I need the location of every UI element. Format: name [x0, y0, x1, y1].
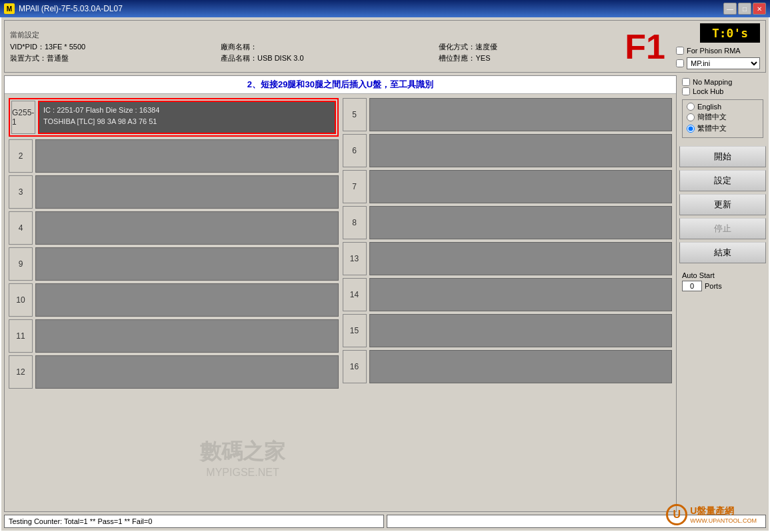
slot-num-13[interactable]: 13 — [343, 242, 367, 275]
slot-num-15[interactable]: 15 — [343, 314, 367, 347]
timer-display: T:0's — [700, 23, 760, 43]
instruction-bar: 2、短接29腿和30腿之間后插入U盤，至工具識別 — [5, 76, 676, 94]
simplified-radio[interactable] — [687, 113, 695, 121]
ports-input[interactable] — [682, 281, 702, 291]
start-button[interactable]: 開始 — [679, 146, 766, 167]
slots-area: G255-1 IC : 2251-07 Flash Die Size : 163… — [5, 94, 676, 511]
maximize-button[interactable]: □ — [738, 3, 751, 15]
slot-display-6[interactable] — [369, 134, 673, 167]
mp-ini-select[interactable]: MP.ini — [687, 57, 760, 69]
slot-display-15[interactable] — [369, 314, 673, 347]
slot-row-12: 12 — [9, 355, 339, 389]
update-button[interactable]: 更新 — [679, 194, 766, 215]
no-mapping-checkbox[interactable] — [682, 78, 690, 86]
slot-display-4[interactable] — [35, 211, 339, 245]
slot-display-1[interactable]: IC : 2251-07 Flash Die Size : 16384 TOSH… — [38, 101, 336, 134]
slot-row-9: 9 — [9, 247, 339, 281]
optimize: 優化方式：速度優 — [439, 42, 619, 52]
english-label: English — [697, 103, 721, 111]
app-icon: M — [4, 3, 15, 14]
english-radio[interactable] — [687, 103, 695, 111]
auto-start-row: Auto Start — [682, 271, 763, 279]
lock-hub-row: Lock Hub — [682, 87, 763, 95]
bottom-logo: U U盤量產網 WWW.UPANTOOL.COM — [666, 504, 757, 525]
slot-num-6[interactable]: 6 — [343, 134, 367, 167]
slot-num-3[interactable]: 3 — [9, 175, 33, 209]
close-button[interactable]: ✕ — [753, 3, 766, 15]
simplified-radio-row: 簡體中文 — [687, 112, 759, 122]
for-phison-row: For Phison RMA — [676, 47, 760, 55]
slot-info-1: IC : 2251-07 Flash Die Size : 16384 TOSH… — [39, 102, 335, 129]
options-panel: No Mapping Lock Hub English 簡體中文 — [679, 75, 766, 141]
title-bar-controls: — □ ✕ — [723, 3, 766, 15]
slot-display-9[interactable] — [35, 247, 339, 281]
slot-num-14[interactable]: 14 — [343, 278, 367, 311]
slot-num-8[interactable]: 8 — [343, 206, 367, 239]
lock-hub-checkbox[interactable] — [682, 87, 690, 95]
settings-label: 當前設定 — [10, 30, 619, 40]
slot-num-1[interactable]: G255-1 — [11, 101, 35, 134]
slot-display-7[interactable] — [369, 170, 673, 203]
simplified-label: 簡體中文 — [697, 112, 727, 122]
product: 產品名稱：USB DISK 3.0 — [221, 53, 426, 63]
slot-display-10[interactable] — [35, 283, 339, 317]
slot-num-9[interactable]: 9 — [9, 247, 33, 281]
site-name: U盤量產網 — [690, 505, 757, 517]
f1-logo: F1 — [619, 29, 671, 64]
slot-num-4[interactable]: 4 — [9, 211, 33, 245]
slot-row-14: 14 — [343, 278, 673, 311]
traditional-label: 繁體中文 — [697, 123, 727, 133]
lock-hub-label: Lock Hub — [693, 87, 723, 95]
title-bar-left: M MPAll (Rel)-7F-5.03.0A-DL07 — [4, 3, 123, 14]
title-bar: M MPAll (Rel)-7F-5.03.0A-DL07 — □ ✕ — [0, 0, 770, 17]
status-bar: Testing Counter: Total=1 ** Pass=1 ** Fa… — [4, 515, 766, 528]
slot-display-11[interactable] — [35, 319, 339, 353]
vid-pid: VID*PID：13FE * 5500 — [10, 42, 207, 52]
auto-start-label: Auto Start — [682, 271, 715, 279]
settings-grid: VID*PID：13FE * 5500 廠商名稱： 優化方式：速度優 裝置方式：… — [10, 42, 619, 63]
slot-num-11[interactable]: 11 — [9, 319, 33, 353]
slot-row-13: 13 — [343, 242, 673, 275]
slot-num-7[interactable]: 7 — [343, 170, 367, 203]
slot-row-10: 10 — [9, 283, 339, 317]
slot-num-16[interactable]: 16 — [343, 350, 367, 383]
slot-display-5[interactable] — [369, 98, 673, 131]
exit-button[interactable]: 結束 — [679, 242, 766, 263]
slot-row-16: 16 — [343, 350, 673, 383]
slot-num-12[interactable]: 12 — [9, 355, 33, 389]
site-url: WWW.UPANTOOL.COM — [690, 517, 757, 524]
slot-display-13[interactable] — [369, 242, 673, 275]
english-radio-row: English — [687, 103, 759, 111]
slot-num-5[interactable]: 5 — [343, 98, 367, 131]
left-panel: 2、短接29腿和30腿之間后插入U盤，至工具識別 G255-1 IC : 225… — [4, 75, 677, 512]
slot-row-6: 6 — [343, 134, 673, 167]
slot-row-3: 3 — [9, 175, 339, 209]
right-panel: No Mapping Lock Hub English 簡體中文 — [679, 75, 766, 512]
traditional-radio-row: 繁體中文 — [687, 123, 759, 133]
action-buttons: 開始 設定 更新 停止 結束 — [679, 146, 766, 263]
slot-display-12[interactable] — [35, 355, 339, 389]
slot-row-2: 2 — [9, 139, 339, 173]
mp-ini-checkbox[interactable] — [676, 59, 684, 67]
slot-row-11: 11 — [9, 319, 339, 353]
stop-button[interactable]: 停止 — [679, 218, 766, 239]
slot-display-14[interactable] — [369, 278, 673, 311]
slot-display-16[interactable] — [369, 350, 673, 383]
slot-display-3[interactable] — [35, 175, 339, 209]
content-area: 2、短接29腿和30腿之間后插入U盤，至工具識別 G255-1 IC : 225… — [4, 75, 766, 512]
mp-ini-row: MP.ini — [676, 57, 760, 69]
slot-num-2[interactable]: 2 — [9, 139, 33, 173]
auto-start-section: Auto Start Ports — [679, 269, 766, 294]
slot-num-10[interactable]: 10 — [9, 283, 33, 317]
minimize-button[interactable]: — — [723, 3, 737, 15]
slot-display-8[interactable] — [369, 206, 673, 239]
slot-row-8: 8 — [343, 206, 673, 239]
for-phison-checkbox[interactable] — [676, 47, 684, 55]
title-bar-title: MPAll (Rel)-7F-5.03.0A-DL07 — [19, 4, 123, 13]
ports-label: Ports — [705, 282, 722, 290]
no-mapping-label: No Mapping — [693, 78, 732, 86]
status-left: Testing Counter: Total=1 ** Pass=1 ** Fa… — [4, 515, 384, 528]
traditional-radio[interactable] — [687, 125, 695, 133]
settings-button[interactable]: 設定 — [679, 170, 766, 191]
slot-display-2[interactable] — [35, 139, 339, 173]
